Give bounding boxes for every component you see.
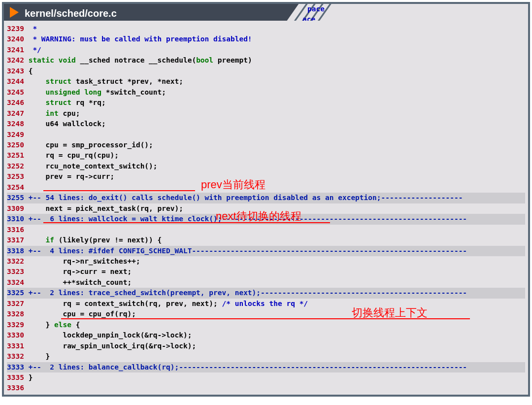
code-line: 3248 u64 wallclock; xyxy=(7,119,525,129)
line-number: 3323 xyxy=(7,268,24,275)
code-line: 3240 * WARNING: must be called with pree… xyxy=(7,34,525,44)
line-number: 3327 xyxy=(7,300,24,307)
code-line: 3252 rcu_note_context_switch(); xyxy=(7,161,525,171)
line-number: 3243 xyxy=(7,67,24,75)
line-number: 3335 xyxy=(7,373,24,381)
line-number: 3244 xyxy=(7,77,24,85)
line-number: 3254 xyxy=(7,183,24,191)
code-line: 3322 rq->nr_switches++; xyxy=(7,256,525,267)
code-line: 3250 cpu = smp_processor_id(); xyxy=(7,140,525,150)
line-number: 3239 xyxy=(7,25,24,33)
play-icon xyxy=(10,7,19,18)
line-number: 3316 xyxy=(7,226,24,234)
code-line: 3245 unsigned long *switch_count; xyxy=(7,87,525,98)
fold-line[interactable]: 3325 +-- 2 lines: trace_sched_switch(pre… xyxy=(7,288,525,298)
line-number: 3250 xyxy=(7,141,24,149)
line-number: 3248 xyxy=(7,120,24,128)
line-number: 3255 xyxy=(7,194,24,202)
line-number: 3251 xyxy=(7,151,24,159)
line-number: 3310 xyxy=(7,215,24,223)
code-line: 3244 struct task_struct *prev, *next; xyxy=(7,76,525,87)
fold-line[interactable]: 3255 +-- 54 lines: do_exit() calls sched… xyxy=(7,193,525,203)
line-number: 3241 xyxy=(7,46,24,54)
code-line: 3243 { xyxy=(7,66,525,76)
code-line: 3247 int cpu; xyxy=(7,108,525,119)
annotation-underline-3 xyxy=(61,318,470,319)
line-number: 3246 xyxy=(7,99,24,106)
line-number: 3331 xyxy=(7,342,24,350)
line-number: 3253 xyxy=(7,172,24,180)
app-frame: kernel/sched/core.c paceace 3239 *3240 *… xyxy=(2,2,530,397)
code-line: 3241 */ xyxy=(7,45,525,55)
annotation-underline-2 xyxy=(43,222,330,223)
line-number: 3328 xyxy=(7,310,24,318)
line-number: 3324 xyxy=(7,278,24,286)
line-number: 3242 xyxy=(7,56,24,64)
line-number: 3322 xyxy=(7,257,24,265)
code-line: 3251 rq = cpu_rq(cpu); xyxy=(7,150,525,161)
line-number: 3252 xyxy=(7,162,24,170)
line-number: 3332 xyxy=(7,352,24,360)
code-line: 3242 static void __sched notrace __sched… xyxy=(7,55,525,66)
line-number: 3245 xyxy=(7,88,24,96)
code-line: 3323 rq->curr = next; xyxy=(7,267,525,277)
annotation-underline-1 xyxy=(43,190,195,191)
file-path: kernel/sched/core.c xyxy=(25,6,117,21)
line-number: 3317 xyxy=(7,236,24,244)
line-number: 3330 xyxy=(7,331,24,339)
line-number: 3325 xyxy=(7,289,24,297)
line-number: 3336 xyxy=(7,384,24,392)
code-line: 3331 raw_spin_unlock_irq(&rq->lock); xyxy=(7,341,525,351)
line-number: 3249 xyxy=(7,131,24,138)
code-line: 3253 prev = rq->curr; xyxy=(7,171,525,182)
code-line: 3335 } xyxy=(7,372,525,383)
code-line: 3254 xyxy=(7,182,525,193)
code-line: 3239 * xyxy=(7,24,525,34)
line-number: 3318 xyxy=(7,247,24,255)
code-line: 3332 } xyxy=(7,351,525,362)
code-line: 3336 xyxy=(7,383,525,393)
code-line: 3246 struct rq *rq; xyxy=(7,98,525,108)
code-line: 3327 rq = context_switch(rq, prev, next)… xyxy=(7,299,525,309)
title-bar: kernel/sched/core.c paceace xyxy=(4,4,528,21)
code-line: 3324 ++*switch_count; xyxy=(7,277,525,288)
code-area[interactable]: 3239 *3240 * WARNING: must be called wit… xyxy=(4,21,528,395)
line-number: 3329 xyxy=(7,321,24,329)
line-number: 3309 xyxy=(7,204,24,212)
annotation-prev: prev当前线程 xyxy=(201,177,266,193)
code-line: 3249 xyxy=(7,130,525,140)
code-line: 3316 xyxy=(7,225,525,235)
fold-line[interactable]: 3318 +-- 4 lines: #ifdef CONFIG_SCHED_WA… xyxy=(7,246,525,256)
code-line: 3317 if (likely(prev != next)) { xyxy=(7,235,525,245)
code-line: 3329 } else { xyxy=(7,320,525,330)
line-number: 3240 xyxy=(7,35,24,43)
line-number: 3247 xyxy=(7,109,24,117)
fold-line[interactable]: 3333 +-- 2 lines: balance_callback(rq);-… xyxy=(7,362,525,372)
background-text: paceace xyxy=(307,4,325,21)
line-number: 3333 xyxy=(7,363,24,371)
code-line: 3330 lockdep_unpin_lock(&rq->lock); xyxy=(7,330,525,340)
